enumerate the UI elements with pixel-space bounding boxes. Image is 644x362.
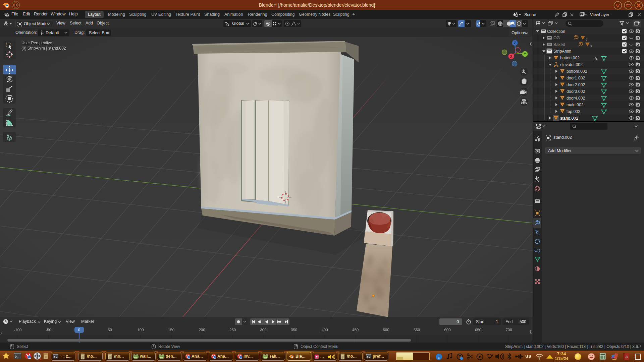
svg-text:door2.002: door2.002 [567, 82, 585, 87]
svg-text:i: i [438, 355, 440, 360]
svg-text:-50: -50 [46, 328, 51, 332]
svg-text:OG: OG [553, 36, 560, 40]
svg-text:650: 650 [475, 328, 481, 332]
svg-text:bottom.002: bottom.002 [567, 69, 587, 74]
svg-text:a: a [626, 354, 628, 359]
svg-text:9: 9 [590, 45, 592, 48]
svg-text:400: 400 [321, 328, 328, 332]
svg-text:450: 450 [352, 328, 359, 332]
svg-text:door4.002: door4.002 [567, 96, 585, 101]
svg-text:top.002: top.002 [567, 109, 580, 114]
svg-text:550: 550 [414, 328, 420, 332]
svg-text:StripAnim: StripAnim [553, 49, 571, 54]
svg-text:600: 600 [444, 328, 450, 332]
svg-text:Y: Y [524, 52, 526, 56]
svg-text:elevator.002: elevator.002 [560, 62, 583, 67]
svg-text:stand.002: stand.002 [560, 116, 578, 121]
svg-text:150: 150 [168, 328, 174, 332]
svg-text:Baked: Baked [553, 42, 565, 47]
svg-text:door3.002: door3.002 [567, 89, 585, 94]
svg-text:350: 350 [291, 328, 297, 332]
svg-text:main.002: main.002 [567, 103, 584, 107]
svg-text:Z: Z [514, 41, 516, 45]
svg-text:X: X [510, 55, 513, 58]
svg-text:button.002: button.002 [560, 56, 580, 60]
svg-text:50: 50 [108, 328, 112, 332]
svg-text:250: 250 [229, 328, 236, 332]
svg-text:300: 300 [260, 328, 266, 332]
svg-text:100: 100 [137, 328, 144, 332]
svg-text:200: 200 [199, 328, 205, 332]
svg-text:9: 9 [586, 38, 587, 41]
svg-text:-100: -100 [14, 328, 21, 332]
svg-text:700: 700 [505, 328, 512, 332]
svg-text:Collection: Collection [547, 29, 565, 34]
svg-text:0: 0 [78, 328, 80, 332]
svg-text:500: 500 [383, 328, 389, 332]
svg-text:door1.002: door1.002 [567, 76, 585, 80]
